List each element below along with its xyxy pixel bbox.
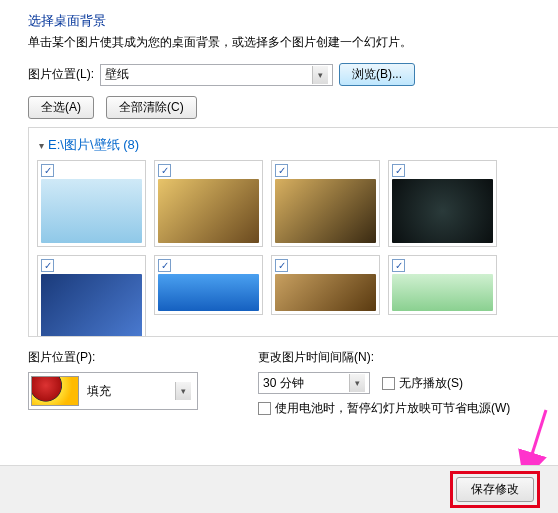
thumb-checkbox[interactable]: ✓ <box>41 259 54 272</box>
fit-value: 填充 <box>87 383 111 400</box>
chevron-down-icon: ▾ <box>349 374 365 392</box>
fit-select[interactable]: 填充 ▾ <box>28 372 198 410</box>
thumb-checkbox[interactable]: ✓ <box>392 259 405 272</box>
footer-bar: 保存修改 <box>0 465 558 513</box>
wallpaper-thumb[interactable]: ✓ <box>154 160 263 247</box>
thumb-checkbox[interactable]: ✓ <box>275 164 288 177</box>
chevron-down-icon: ▾ <box>312 66 328 84</box>
shuffle-checkbox[interactable] <box>382 377 395 390</box>
wallpaper-thumb[interactable]: ✓ <box>271 255 380 315</box>
shuffle-label: 无序播放(S) <box>399 375 463 392</box>
battery-checkbox[interactable] <box>258 402 271 415</box>
wallpaper-thumb[interactable]: ✓ <box>388 160 497 247</box>
wallpaper-thumb[interactable]: ✓ <box>37 255 146 337</box>
location-label: 图片位置(L): <box>28 66 94 83</box>
clear-all-button[interactable]: 全部清除(C) <box>106 96 197 119</box>
thumb-checkbox[interactable]: ✓ <box>158 259 171 272</box>
battery-label: 使用电池时，暂停幻灯片放映可节省电源(W) <box>275 400 510 417</box>
page-title: 选择桌面背景 <box>28 12 540 30</box>
svg-line-0 <box>528 410 546 467</box>
wallpaper-thumb[interactable]: ✓ <box>271 160 380 247</box>
interval-value: 30 分钟 <box>263 375 304 392</box>
location-select[interactable]: 壁纸 ▾ <box>100 64 333 86</box>
thumb-checkbox[interactable]: ✓ <box>275 259 288 272</box>
thumbnail-list: ▾ E:\图片\壁纸 (8) ✓✓✓✓✓✓✓✓ <box>28 127 558 337</box>
thumb-checkbox[interactable]: ✓ <box>392 164 405 177</box>
location-value: 壁纸 <box>105 66 129 83</box>
fit-preview-icon <box>31 376 79 406</box>
select-all-button[interactable]: 全选(A) <box>28 96 94 119</box>
thumb-checkbox[interactable]: ✓ <box>41 164 54 177</box>
wallpaper-thumb[interactable]: ✓ <box>37 160 146 247</box>
interval-label: 更改图片时间间隔(N): <box>258 349 510 366</box>
browse-button[interactable]: 浏览(B)... <box>339 63 415 86</box>
collapse-icon[interactable]: ▾ <box>39 140 44 151</box>
page-subtitle: 单击某个图片使其成为您的桌面背景，或选择多个图片创建一个幻灯片。 <box>28 34 540 51</box>
wallpaper-thumb[interactable]: ✓ <box>388 255 497 315</box>
chevron-down-icon: ▾ <box>175 382 191 400</box>
folder-path[interactable]: E:\图片\壁纸 (8) <box>48 136 139 154</box>
wallpaper-thumb[interactable]: ✓ <box>154 255 263 315</box>
save-highlight: 保存修改 <box>450 471 540 508</box>
fit-label: 图片位置(P): <box>28 349 198 366</box>
interval-select[interactable]: 30 分钟 ▾ <box>258 372 370 394</box>
thumb-checkbox[interactable]: ✓ <box>158 164 171 177</box>
save-button[interactable]: 保存修改 <box>456 477 534 502</box>
